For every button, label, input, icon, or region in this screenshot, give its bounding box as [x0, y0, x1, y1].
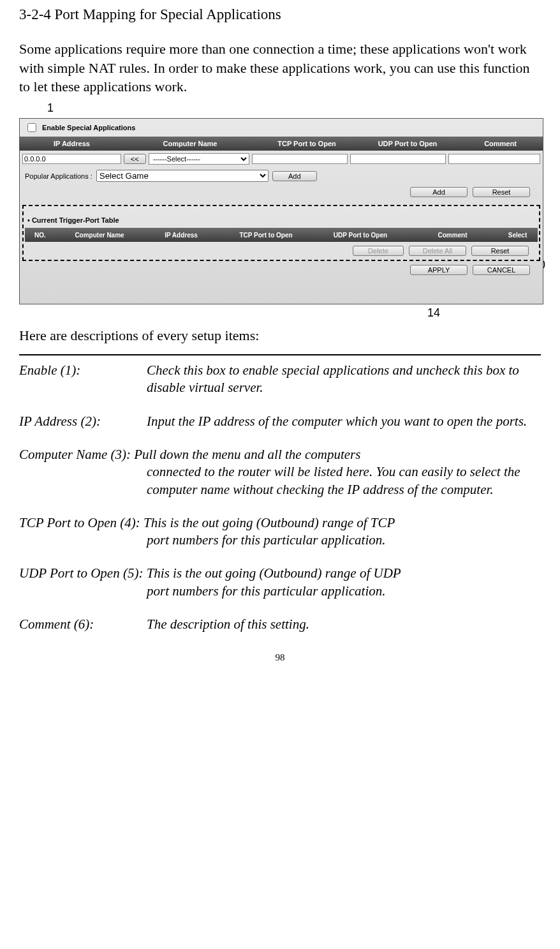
descriptions-lead: Here are descriptions of every setup ite…: [19, 327, 541, 344]
udp-port-input[interactable]: [350, 154, 446, 164]
trigger-header-row: NO. Computer Name IP Address TCP Port to…: [25, 228, 538, 242]
trigger-table-box: • Current Trigger-Port Table NO. Compute…: [22, 205, 540, 261]
thdr-no: NO.: [25, 232, 55, 239]
cancel-button[interactable]: CANCEL: [473, 265, 530, 275]
popular-add-button[interactable]: Add: [272, 171, 317, 181]
section-heading: 3-2-4 Port Mapping for Special Applicati…: [19, 6, 541, 23]
item-enable-text: Check this box to enable special applica…: [147, 362, 541, 397]
page-number: 98: [19, 652, 541, 663]
item-enable: Enable (1): Check this box to enable spe…: [19, 362, 541, 397]
item-comment: Comment (6): The description of this set…: [19, 616, 541, 633]
apply-button[interactable]: APPLY: [410, 265, 468, 275]
hdr-udp: UDP Port to Open: [357, 140, 458, 147]
item-enable-label: Enable (1):: [19, 362, 147, 397]
item-comment-text: The description of this setting.: [147, 616, 541, 633]
trigger-title: • Current Trigger-Port Table: [25, 214, 538, 228]
tcp-port-input[interactable]: [252, 154, 348, 164]
delete-all-button[interactable]: Delete All: [409, 246, 466, 256]
callout-14: 14: [427, 306, 440, 320]
item-computer-first: Computer Name (3): Pull down the menu an…: [19, 447, 360, 462]
item-ip: IP Address (2): Input the IP address of …: [19, 413, 541, 430]
item-udp-cont: port numbers for this particular applica…: [19, 583, 541, 600]
item-comment-label: Comment (6):: [19, 616, 147, 633]
item-udp: UDP Port to Open (5): This is the out go…: [19, 565, 541, 600]
add-button[interactable]: Add: [410, 187, 468, 197]
item-tcp-cont: port numbers for this particular applica…: [19, 532, 541, 549]
item-computer: Computer Name (3): Pull down the menu an…: [19, 446, 541, 498]
item-ip-text: Input the IP address of the computer whi…: [147, 413, 541, 430]
enable-label: Enable Special Applications: [42, 124, 135, 131]
delete-button[interactable]: Delete: [353, 246, 404, 256]
item-tcp: TCP Port to Open (4): This is the out go…: [19, 514, 541, 549]
comment-input[interactable]: [448, 154, 540, 164]
divider: [19, 354, 541, 355]
item-tcp-first: TCP Port to Open (4): This is the out go…: [19, 515, 395, 530]
figure-wrapper: 1 2 3 4 5 6 7 8 9 10 11 12 13 14 Enable …: [19, 99, 542, 322]
screenshot-panel: Enable Special Applications IP Address C…: [19, 118, 543, 304]
item-computer-cont: connected to the router will be listed h…: [19, 463, 541, 498]
popular-select[interactable]: Select Game: [96, 170, 269, 182]
enable-checkbox[interactable]: [27, 123, 36, 132]
trigger-reset-button[interactable]: Reset: [471, 246, 529, 256]
ip-assign-button[interactable]: <<: [124, 154, 146, 164]
thdr-computer: Computer Name: [55, 232, 144, 239]
input-header-row: IP Address Computer Name TCP Port to Ope…: [20, 137, 543, 151]
intro-paragraph: Some applications require more than one …: [19, 40, 541, 96]
thdr-select: Select: [497, 232, 538, 239]
hdr-comment: Comment: [458, 140, 543, 147]
reset-button[interactable]: Reset: [473, 187, 530, 197]
thdr-udp: UDP Port to Open: [313, 232, 408, 239]
hdr-computer: Computer Name: [124, 140, 256, 147]
thdr-tcp: TCP Port to Open: [219, 232, 313, 239]
computer-select[interactable]: ------Select------: [149, 153, 250, 165]
thdr-comment: Comment: [408, 232, 497, 239]
hdr-tcp: TCP Port to Open: [256, 140, 357, 147]
ip-input[interactable]: [22, 154, 121, 164]
thdr-ip: IP Address: [144, 232, 219, 239]
popular-label: Popular Applications :: [25, 172, 92, 180]
hdr-ip: IP Address: [20, 140, 124, 147]
item-ip-label: IP Address (2):: [19, 413, 147, 430]
item-udp-first: UDP Port to Open (5): This is the out go…: [19, 565, 401, 581]
callout-1: 1: [47, 101, 54, 115]
